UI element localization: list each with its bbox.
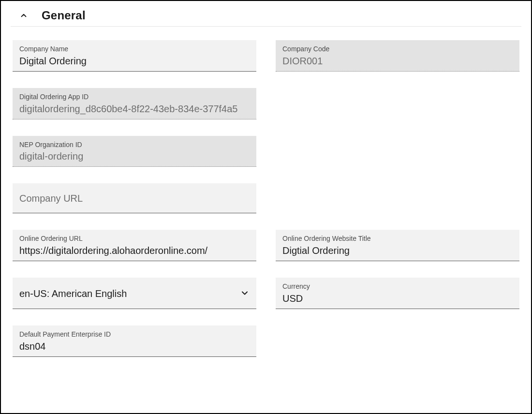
field-value: DIOR001 (282, 55, 513, 67)
chevron-up-icon (19, 11, 28, 20)
field-label: Default Payment Enterprise ID (19, 330, 250, 339)
empty-cell (276, 325, 519, 357)
field-value: digitalordering_d8c60be4-8f22-43eb-834e-… (19, 103, 250, 115)
field-value: en-US: American English (19, 288, 235, 300)
empty-cell (276, 183, 519, 213)
online-ordering-url-field[interactable]: Online Ordering URL https://digitalorder… (13, 230, 256, 261)
general-form: Company Name Digital Ordering Company Co… (11, 40, 521, 357)
currency-field[interactable]: Currency USD (276, 278, 519, 309)
field-value: Digtial Ordering (282, 245, 513, 257)
nep-organization-id-field: NEP Organization ID digital-ordering (13, 136, 256, 167)
field-value: dsn04 (19, 340, 250, 353)
digital-ordering-app-id-field: Digital Ordering App ID digitalordering_… (13, 88, 256, 119)
empty-cell (276, 136, 519, 167)
settings-panel: General Company Name Digital Ordering Co… (0, 0, 532, 414)
field-value: https://digitalordering.alohaorderonline… (19, 245, 250, 257)
field-placeholder: Company URL (19, 192, 250, 205)
field-value: USD (282, 293, 513, 305)
field-label: Company Name (19, 45, 250, 53)
field-label: NEP Organization ID (19, 141, 250, 149)
company-code-field: Company Code DIOR001 (276, 40, 519, 72)
online-ordering-website-title-field[interactable]: Online Ordering Website Title Digtial Or… (276, 230, 519, 261)
field-value: digital-ordering (19, 150, 250, 163)
section-header-general[interactable]: General (11, 6, 521, 27)
field-label: Online Ordering URL (19, 235, 250, 243)
field-label: Online Ordering Website Title (282, 235, 513, 243)
company-name-field[interactable]: Company Name Digital Ordering (13, 40, 256, 72)
field-label: Company Code (282, 45, 513, 53)
field-value: Digital Ordering (19, 55, 250, 67)
locale-select[interactable]: en-US: American English (13, 278, 256, 309)
field-label: Currency (282, 282, 513, 291)
company-url-field[interactable]: Company URL (13, 183, 256, 213)
empty-cell (276, 88, 519, 119)
section-title: General (42, 9, 86, 22)
field-label: Digital Ordering App ID (19, 93, 250, 101)
default-payment-enterprise-id-field[interactable]: Default Payment Enterprise ID dsn04 (13, 325, 256, 357)
chevron-down-icon (240, 288, 250, 298)
